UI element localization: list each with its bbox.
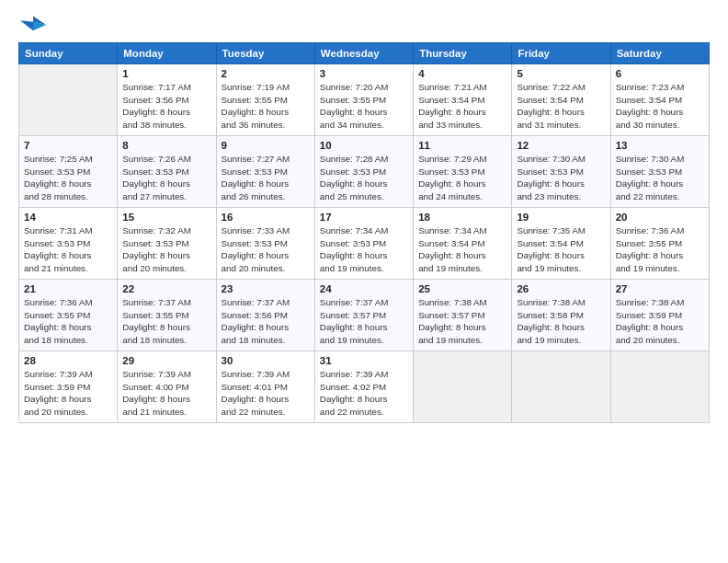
day-number: 3 [320, 68, 408, 79]
day-number: 7 [24, 140, 112, 151]
day-info: Sunrise: 7:36 AMSunset: 3:55 PMDaylight:… [24, 296, 112, 347]
day-info: Sunrise: 7:38 AMSunset: 3:57 PMDaylight:… [418, 296, 506, 347]
day-info: Sunrise: 7:25 AMSunset: 3:53 PMDaylight:… [24, 153, 112, 203]
weekday-sunday: Sunday [19, 43, 118, 64]
weekday-wednesday: Wednesday [314, 43, 413, 64]
calendar-cell: 11Sunrise: 7:29 AMSunset: 3:53 PMDayligh… [414, 136, 512, 208]
calendar-cell: 27Sunrise: 7:38 AMSunset: 3:59 PMDayligh… [610, 280, 709, 351]
svg-marker-2 [20, 20, 33, 30]
calendar-cell: 18Sunrise: 7:34 AMSunset: 3:54 PMDayligh… [414, 208, 512, 280]
weekday-thursday: Thursday [414, 43, 512, 64]
day-number: 12 [517, 140, 605, 151]
calendar-cell: 28Sunrise: 7:39 AMSunset: 3:59 PMDayligh… [19, 351, 118, 423]
day-number: 27 [616, 283, 704, 294]
day-number: 19 [517, 212, 605, 223]
day-number: 26 [517, 283, 605, 294]
day-info: Sunrise: 7:29 AMSunset: 3:53 PMDaylight:… [418, 153, 506, 203]
day-info: Sunrise: 7:35 AMSunset: 3:54 PMDaylight:… [517, 224, 605, 275]
day-number: 10 [320, 140, 408, 151]
calendar-cell: 29Sunrise: 7:39 AMSunset: 4:00 PMDayligh… [118, 351, 216, 423]
day-number: 14 [24, 212, 112, 223]
day-info: Sunrise: 7:36 AMSunset: 3:55 PMDaylight:… [616, 224, 704, 275]
day-info: Sunrise: 7:39 AMSunset: 4:02 PMDaylight:… [320, 368, 408, 419]
day-number: 4 [418, 68, 506, 79]
day-number: 15 [122, 212, 210, 223]
weekday-tuesday: Tuesday [216, 43, 314, 64]
calendar-week-0: 1Sunrise: 7:17 AMSunset: 3:56 PMDaylight… [19, 64, 710, 136]
day-number: 23 [222, 283, 310, 294]
calendar-body: 1Sunrise: 7:17 AMSunset: 3:56 PMDaylight… [19, 64, 710, 423]
day-number: 29 [122, 355, 210, 366]
calendar-cell: 30Sunrise: 7:39 AMSunset: 4:01 PMDayligh… [216, 351, 314, 423]
calendar-cell: 23Sunrise: 7:37 AMSunset: 3:56 PMDayligh… [216, 280, 314, 351]
day-info: Sunrise: 7:39 AMSunset: 3:59 PMDaylight:… [24, 368, 112, 419]
day-info: Sunrise: 7:21 AMSunset: 3:54 PMDaylight:… [418, 81, 506, 132]
calendar-cell: 6Sunrise: 7:23 AMSunset: 3:54 PMDaylight… [610, 64, 709, 136]
weekday-monday: Monday [118, 43, 216, 64]
day-info: Sunrise: 7:33 AMSunset: 3:53 PMDaylight:… [222, 224, 310, 275]
day-number: 8 [122, 140, 210, 151]
day-info: Sunrise: 7:34 AMSunset: 3:54 PMDaylight:… [418, 224, 506, 275]
calendar-cell: 15Sunrise: 7:32 AMSunset: 3:53 PMDayligh… [118, 208, 216, 280]
calendar-cell: 31Sunrise: 7:39 AMSunset: 4:02 PMDayligh… [314, 351, 413, 423]
calendar-cell [19, 64, 118, 136]
header [18, 15, 710, 35]
calendar-cell: 10Sunrise: 7:28 AMSunset: 3:53 PMDayligh… [314, 136, 413, 208]
day-info: Sunrise: 7:19 AMSunset: 3:55 PMDaylight:… [222, 81, 310, 132]
day-number: 20 [616, 212, 704, 223]
calendar-cell [414, 351, 512, 423]
calendar-cell: 1Sunrise: 7:17 AMSunset: 3:56 PMDaylight… [118, 64, 216, 136]
day-info: Sunrise: 7:37 AMSunset: 3:55 PMDaylight:… [122, 296, 210, 347]
day-info: Sunrise: 7:26 AMSunset: 3:53 PMDaylight:… [122, 153, 210, 203]
day-number: 1 [122, 68, 210, 79]
day-info: Sunrise: 7:22 AMSunset: 3:54 PMDaylight:… [517, 81, 605, 132]
day-info: Sunrise: 7:31 AMSunset: 3:53 PMDaylight:… [24, 224, 112, 275]
day-info: Sunrise: 7:20 AMSunset: 3:55 PMDaylight:… [320, 81, 408, 132]
calendar-week-2: 14Sunrise: 7:31 AMSunset: 3:53 PMDayligh… [19, 208, 710, 280]
day-number: 17 [320, 212, 408, 223]
day-number: 16 [222, 212, 310, 223]
day-info: Sunrise: 7:39 AMSunset: 4:01 PMDaylight:… [222, 368, 310, 419]
day-info: Sunrise: 7:27 AMSunset: 3:53 PMDaylight:… [222, 153, 310, 203]
day-number: 28 [24, 355, 112, 366]
day-number: 21 [24, 283, 112, 294]
weekday-header-row: SundayMondayTuesdayWednesdayThursdayFrid… [19, 43, 710, 64]
day-number: 25 [418, 283, 506, 294]
weekday-saturday: Saturday [610, 43, 709, 64]
calendar-header: SundayMondayTuesdayWednesdayThursdayFrid… [19, 43, 710, 64]
calendar-cell: 5Sunrise: 7:22 AMSunset: 3:54 PMDaylight… [512, 64, 610, 136]
calendar-cell [610, 351, 709, 423]
calendar-table: SundayMondayTuesdayWednesdayThursdayFrid… [18, 42, 710, 423]
day-info: Sunrise: 7:23 AMSunset: 3:54 PMDaylight:… [616, 81, 704, 132]
calendar-cell: 22Sunrise: 7:37 AMSunset: 3:55 PMDayligh… [118, 280, 216, 351]
day-info: Sunrise: 7:17 AMSunset: 3:56 PMDaylight:… [122, 81, 210, 132]
calendar-cell: 2Sunrise: 7:19 AMSunset: 3:55 PMDaylight… [216, 64, 314, 136]
calendar-cell: 9Sunrise: 7:27 AMSunset: 3:53 PMDaylight… [216, 136, 314, 208]
calendar-cell: 12Sunrise: 7:30 AMSunset: 3:53 PMDayligh… [512, 136, 610, 208]
logo-top [18, 15, 50, 35]
calendar-cell: 21Sunrise: 7:36 AMSunset: 3:55 PMDayligh… [19, 280, 118, 351]
calendar-cell: 14Sunrise: 7:31 AMSunset: 3:53 PMDayligh… [19, 208, 118, 280]
day-info: Sunrise: 7:30 AMSunset: 3:53 PMDaylight:… [616, 153, 704, 203]
day-info: Sunrise: 7:32 AMSunset: 3:53 PMDaylight:… [122, 224, 210, 275]
calendar-cell: 26Sunrise: 7:38 AMSunset: 3:58 PMDayligh… [512, 280, 610, 351]
day-number: 2 [222, 68, 310, 79]
calendar-cell: 25Sunrise: 7:38 AMSunset: 3:57 PMDayligh… [414, 280, 512, 351]
calendar-cell [512, 351, 610, 423]
calendar-cell: 20Sunrise: 7:36 AMSunset: 3:55 PMDayligh… [610, 208, 709, 280]
calendar-cell: 17Sunrise: 7:34 AMSunset: 3:53 PMDayligh… [314, 208, 413, 280]
day-number: 22 [122, 283, 210, 294]
calendar-week-4: 28Sunrise: 7:39 AMSunset: 3:59 PMDayligh… [19, 351, 710, 423]
calendar-cell: 3Sunrise: 7:20 AMSunset: 3:55 PMDaylight… [314, 64, 413, 136]
calendar-cell: 24Sunrise: 7:37 AMSunset: 3:57 PMDayligh… [314, 280, 413, 351]
day-number: 31 [320, 355, 408, 366]
day-number: 24 [320, 283, 408, 294]
day-info: Sunrise: 7:38 AMSunset: 3:58 PMDaylight:… [517, 296, 605, 347]
calendar-week-1: 7Sunrise: 7:25 AMSunset: 3:53 PMDaylight… [19, 136, 710, 208]
day-number: 11 [418, 140, 506, 151]
day-number: 18 [418, 212, 506, 223]
calendar-cell: 4Sunrise: 7:21 AMSunset: 3:54 PMDaylight… [414, 64, 512, 136]
day-number: 9 [222, 140, 310, 151]
calendar-cell: 13Sunrise: 7:30 AMSunset: 3:53 PMDayligh… [610, 136, 709, 208]
day-info: Sunrise: 7:37 AMSunset: 3:56 PMDaylight:… [222, 296, 310, 347]
